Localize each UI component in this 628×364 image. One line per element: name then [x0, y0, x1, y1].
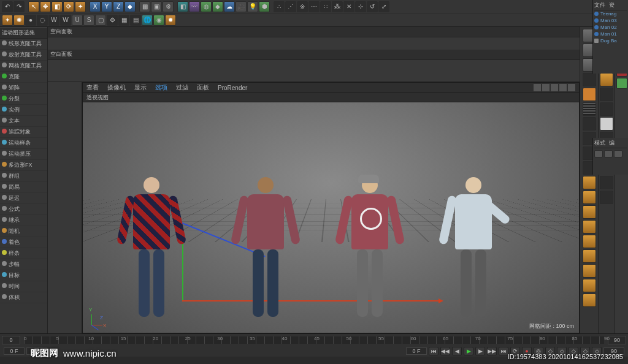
mini-5-icon[interactable] — [616, 78, 627, 89]
tex-icon[interactable]: ▦ — [118, 15, 129, 26]
mograph-item-7[interactable]: 运动挤压 — [0, 149, 47, 160]
snap-2-icon[interactable]: ⋰ — [285, 1, 296, 12]
vp-nav-1-icon[interactable] — [534, 84, 541, 91]
vp-menu-prorender[interactable]: ProRender — [218, 85, 247, 91]
card-3-icon[interactable] — [583, 205, 596, 219]
mograph-item-15[interactable]: 着色 — [0, 237, 47, 248]
vp-nav-4-icon[interactable] — [559, 84, 567, 91]
lastused-tool-icon[interactable]: ✦ — [75, 1, 86, 12]
weight-icon[interactable]: ◌ — [37, 15, 48, 26]
leaf-icon[interactable]: ◉ — [153, 15, 164, 26]
blank-6-icon[interactable] — [600, 176, 613, 189]
render-region-icon[interactable]: ▣ — [151, 1, 162, 12]
axis-z-icon[interactable]: Z — [113, 1, 124, 12]
snap-6-icon[interactable]: ⁂ — [332, 1, 343, 12]
render-view-icon[interactable]: ▦ — [139, 1, 150, 12]
stripes-icon[interactable] — [583, 102, 596, 116]
spline-pen-icon[interactable]: 〰 — [189, 1, 200, 12]
select-tool-icon[interactable]: ↖ — [28, 1, 39, 12]
object-row-1[interactable]: Man 03 — [594, 17, 627, 24]
environment-icon[interactable]: ☁ — [224, 1, 235, 12]
mograph-item-9[interactable]: 群组 — [0, 171, 47, 182]
vp-menu-options[interactable]: 选项 — [155, 83, 167, 92]
frame-end-field[interactable]: 90 — [608, 336, 626, 344]
mograph-icon[interactable]: ⬢ — [259, 1, 270, 12]
frame-start-input[interactable]: 0 F — [4, 347, 25, 355]
model-man-maroon[interactable] — [232, 177, 299, 317]
snap-3-icon[interactable]: ※ — [297, 1, 308, 12]
axis-x-icon[interactable]: X — [90, 1, 101, 12]
step-fwd-icon[interactable]: ▶▶ — [487, 347, 497, 355]
next-frame-icon[interactable]: ▶ — [475, 347, 485, 355]
vp-menu-filter[interactable]: 过滤 — [176, 83, 188, 92]
mograph-item-5[interactable]: 追踪对象 — [0, 127, 47, 138]
gear-icon[interactable]: ⚙ — [107, 15, 118, 26]
vp-nav-5-icon[interactable] — [568, 84, 575, 91]
blank-2-icon[interactable] — [600, 102, 613, 116]
mograph-item-17[interactable]: 步幅 — [0, 259, 47, 270]
render-settings-icon[interactable]: ⚙ — [163, 1, 174, 12]
viewport-canvas[interactable]: X Y Z 网格间距 : 100 cm — [83, 102, 579, 333]
camera-icon[interactable]: 🎥 — [236, 1, 247, 12]
u-icon[interactable]: U — [72, 15, 83, 26]
mode-pill-1[interactable] — [594, 150, 603, 157]
coord-system-icon[interactable]: ◆ — [124, 1, 136, 12]
snap-1-icon[interactable]: ∴ — [274, 1, 285, 12]
mode-pill-3[interactable] — [614, 150, 622, 157]
snap-10-icon[interactable]: ⤢ — [378, 1, 389, 12]
mograph-item-13[interactable]: 继承 — [0, 215, 47, 226]
l-shape-icon[interactable] — [583, 88, 596, 101]
card-1-icon[interactable] — [583, 176, 596, 189]
model-man-plaid[interactable] — [118, 177, 185, 317]
mat-icon[interactable]: ▤ — [130, 15, 141, 26]
snap-4-icon[interactable]: ⋯ — [308, 1, 320, 12]
model-man-shirt[interactable] — [440, 177, 507, 317]
card-6-icon[interactable] — [583, 249, 596, 263]
spare-row[interactable]: 空白面板 — [48, 27, 580, 37]
card-7-icon[interactable] — [583, 264, 596, 278]
current-frame-input[interactable]: 0 F — [406, 347, 427, 355]
card-9-icon[interactable] — [583, 294, 596, 307]
snap-9-icon[interactable]: ↺ — [367, 1, 378, 12]
light-icon[interactable]: 💡 — [247, 1, 258, 12]
frame-start-field[interactable]: 0 — [2, 336, 20, 344]
mode-tab-edit[interactable]: 编 — [609, 139, 615, 147]
left-item-0[interactable]: 线形克隆工具 — [0, 39, 47, 50]
model-teenager-cap[interactable] — [336, 177, 404, 317]
mograph-item-10[interactable]: 简易 — [0, 182, 47, 193]
mograph-item-19[interactable]: 时间 — [0, 281, 47, 292]
generator-icon[interactable]: ◍ — [201, 1, 212, 12]
mograph-item-12[interactable]: 公式 — [0, 204, 47, 215]
globe-icon[interactable]: 🌐 — [142, 15, 153, 26]
left-item-1[interactable]: 放射克隆工具 — [0, 50, 47, 61]
scale-tool-icon[interactable]: ◧ — [52, 1, 63, 12]
card-5-icon[interactable] — [583, 235, 596, 248]
vp-menu-display[interactable]: 显示 — [134, 83, 147, 92]
left-item-2[interactable]: 网格克隆工具 — [0, 61, 47, 72]
object-row-4[interactable]: Dog Ba — [594, 37, 627, 44]
poly-sculpt-icon[interactable]: ✺ — [13, 15, 25, 26]
mograph-item-0[interactable]: 克隆 — [0, 72, 47, 83]
vp-menu-camera[interactable]: 摄像机 — [107, 83, 126, 92]
w-icon[interactable]: W — [48, 15, 59, 26]
blank-7-icon[interactable] — [600, 191, 613, 204]
m-badge-icon[interactable] — [600, 73, 613, 86]
vp-nav-2-icon[interactable] — [542, 84, 550, 91]
mograph-item-8[interactable]: 多边形FX — [0, 160, 47, 171]
mode-pill-2[interactable] — [604, 150, 613, 157]
snap-8-icon[interactable]: ⊹ — [355, 1, 366, 12]
poly-paint-icon[interactable]: ✦ — [2, 15, 13, 26]
heart-icon[interactable] — [583, 73, 596, 86]
star-icon[interactable]: ✹ — [165, 15, 176, 26]
mograph-item-3[interactable]: 实例 — [0, 105, 47, 116]
object-row-3[interactable]: Man 01 — [594, 31, 627, 37]
object-row-2[interactable]: Man 02 — [594, 24, 627, 31]
w2-icon[interactable]: W — [60, 15, 71, 26]
snap-5-icon[interactable]: ∷ — [320, 1, 331, 12]
mograph-item-4[interactable]: 文本 — [0, 116, 47, 127]
mograph-item-6[interactable]: 运动样条 — [0, 138, 47, 149]
mograph-item-16[interactable]: 样条 — [0, 248, 47, 259]
play-icon[interactable]: ▶ — [464, 347, 473, 355]
blank-1-icon[interactable] — [600, 88, 613, 101]
deformer-icon[interactable]: ◆ — [212, 1, 223, 12]
